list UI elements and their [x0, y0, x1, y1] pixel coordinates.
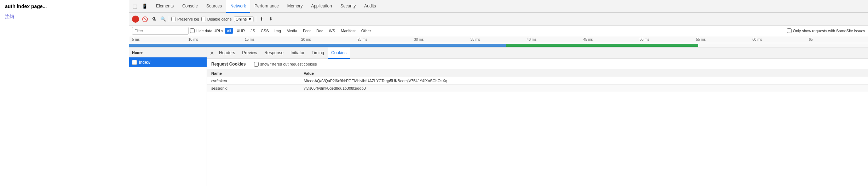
filter-xhr[interactable]: XHR [235, 28, 247, 34]
timeline-label-0: 5 ms [132, 38, 188, 41]
filter-media[interactable]: Media [284, 28, 299, 34]
request-item-index[interactable]: index/ [129, 57, 207, 67]
close-detail-button[interactable]: ✕ [208, 50, 215, 57]
chevron-down-icon: ▼ [248, 17, 252, 21]
left-panel: auth index page... 注销 [0, 0, 129, 186]
tab-performance[interactable]: Performance [250, 0, 283, 13]
disable-cache-checkbox[interactable] [201, 17, 206, 21]
network-toolbar: 🚫 ⚗ 🔍 Preserve log Disable cache Online … [129, 13, 868, 26]
timeline-label-2: 15 ms [245, 38, 301, 41]
cookie-name-0: csrftoken [207, 77, 299, 85]
tab-security[interactable]: Security [336, 0, 360, 13]
online-select[interactable]: Online ▼ [234, 16, 254, 22]
timeline-label-5: 30 ms [414, 38, 470, 41]
detail-tab-response[interactable]: Response [261, 47, 287, 59]
filter-manifest[interactable]: Manifest [339, 28, 358, 34]
devtools-panel: ⬚ 📱 Elements Console Sources Network Per… [129, 0, 868, 186]
filter-css[interactable]: CSS [259, 28, 271, 34]
detail-tab-initiator[interactable]: Initiator [287, 47, 308, 59]
samesite-label[interactable]: Only show requests with SameSite issues [787, 28, 865, 33]
filter-font[interactable]: Font [301, 28, 313, 34]
detail-tab-timing[interactable]: Timing [308, 47, 328, 59]
timeline-labels: 5 ms 10 ms 15 ms 20 ms 25 ms 30 ms 35 ms… [132, 38, 865, 41]
tab-sources[interactable]: Sources [202, 0, 226, 13]
cookie-row-0: csrftoken MteeoAQaVQaP2l6x9NrFGEMhlvihtU… [207, 77, 868, 85]
request-list: Name index/ [129, 47, 207, 186]
devtools-tab-bar: ⬚ 📱 Elements Console Sources Network Per… [129, 0, 868, 13]
search-button[interactable]: 🔍 [160, 16, 167, 23]
filter-ws[interactable]: WS [327, 28, 337, 34]
timeline-label-9: 50 ms [640, 38, 696, 41]
col-name: Name [207, 70, 299, 77]
detail-tab-cookies[interactable]: Cookies [328, 47, 350, 59]
tab-network[interactable]: Network [226, 0, 250, 13]
request-type-icon [132, 60, 137, 65]
timeline-label-10: 55 ms [696, 38, 752, 41]
hide-data-urls-label[interactable]: Hide data URLs [190, 28, 223, 33]
filter-bar: Hide data URLs All XHR JS CSS Img Media … [129, 26, 868, 36]
main-content: Name index/ ✕ Headers Preview Response I… [129, 47, 868, 186]
preserve-log-label[interactable]: Preserve log [171, 17, 199, 21]
filter-js[interactable]: JS [248, 28, 257, 34]
device-icon[interactable]: 📱 [140, 2, 149, 11]
cookies-section-header: Request Cookies show filtered out reques… [207, 59, 868, 70]
progress-blue-bar [129, 44, 506, 47]
tab-bar-icons: ⬚ 📱 [131, 2, 149, 11]
timeline-labels-bar: 5 ms 10 ms 15 ms 20 ms 25 ms 30 ms 35 ms… [129, 36, 868, 43]
hide-data-urls-checkbox[interactable] [190, 28, 195, 33]
timeline-label-6: 35 ms [470, 38, 527, 41]
filter-other[interactable]: Other [359, 28, 373, 34]
tab-audits[interactable]: Audits [360, 0, 380, 13]
filter-img[interactable]: Img [272, 28, 283, 34]
cookies-section-title: Request Cookies [211, 62, 246, 67]
timeline-label-3: 20 ms [301, 38, 357, 41]
timeline-label-4: 25 ms [358, 38, 414, 41]
detail-panel: ✕ Headers Preview Response Initiator Tim… [207, 47, 868, 186]
detail-content: Request Cookies show filtered out reques… [207, 59, 868, 186]
cursor-icon[interactable]: ⬚ [131, 2, 139, 11]
tab-console[interactable]: Console [178, 0, 202, 13]
cancel-link[interactable]: 注销 [5, 14, 14, 19]
cookies-table: Name Value csrftoken MteeoAQaVQaP2l6x9Nr… [207, 70, 868, 92]
timeline-label-12: 65 [809, 38, 865, 41]
page-title: auth index page... [5, 4, 124, 9]
tab-elements[interactable]: Elements [152, 0, 178, 13]
detail-tabs: ✕ Headers Preview Response Initiator Tim… [207, 47, 868, 59]
upload-button[interactable]: ⬆ [258, 16, 265, 23]
timeline-label-11: 60 ms [752, 38, 809, 41]
preserve-log-checkbox[interactable] [171, 17, 176, 21]
show-filtered-checkbox[interactable] [254, 62, 259, 67]
record-button[interactable] [132, 16, 139, 23]
filter-button[interactable]: ⚗ [150, 16, 157, 23]
tab-application[interactable]: Application [307, 0, 336, 13]
cookie-value-1: ylvls66rfvdmk8qed8qu1o308fziqdp3 [299, 85, 868, 92]
toolbar-divider [169, 16, 169, 22]
samesite-checkbox[interactable] [787, 28, 792, 33]
timeline-label-1: 10 ms [188, 38, 245, 41]
show-filtered-label[interactable]: show filtered out request cookies [254, 62, 317, 67]
tab-memory[interactable]: Memory [283, 0, 307, 13]
stop-button[interactable]: 🚫 [141, 16, 148, 23]
col-value: Value [299, 70, 868, 77]
filter-all[interactable]: All [225, 28, 233, 34]
detail-tab-headers[interactable]: Headers [215, 47, 238, 59]
timeline-label-7: 40 ms [527, 38, 583, 41]
disable-cache-label[interactable]: Disable cache [201, 17, 232, 21]
timeline-label-8: 45 ms [583, 38, 639, 41]
cookie-name-1: sessionid [207, 85, 299, 92]
filter-input[interactable] [132, 27, 189, 35]
download-button[interactable]: ⬇ [268, 16, 275, 23]
detail-tab-preview[interactable]: Preview [238, 47, 261, 59]
cookie-value-0: MteeoAQaVQaP2l6x9NrFGEMhlvihtUAZLYCTaqp5… [299, 77, 868, 85]
timeline-progress [129, 43, 868, 47]
filter-doc[interactable]: Doc [314, 28, 326, 34]
request-list-header: Name [129, 47, 207, 57]
cookie-row-1: sessionid ylvls66rfvdmk8qed8qu1o308fziqd… [207, 85, 868, 92]
toolbar-divider2 [256, 16, 256, 22]
